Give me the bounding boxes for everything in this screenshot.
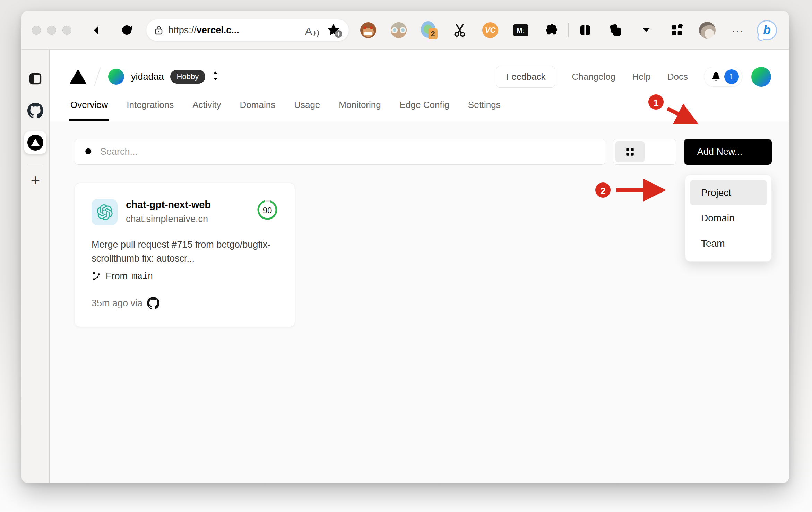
score-value: 90 (263, 206, 272, 215)
search-icon (84, 147, 94, 157)
breadcrumb-slash (94, 67, 101, 86)
tab-settings[interactable]: Settings (467, 100, 502, 121)
browser-sidebar: + (21, 50, 50, 483)
chevron-down-icon (749, 147, 758, 156)
tab-overview[interactable]: Overview (69, 100, 109, 121)
feedback-button[interactable]: Feedback (496, 66, 555, 88)
nav-help[interactable]: Help (632, 71, 650, 82)
vc-extension-icon[interactable]: VC (475, 19, 506, 41)
git-branch-icon (92, 272, 101, 281)
notification-count-badge: 1 (724, 69, 739, 84)
sidebar-divider (27, 164, 43, 164)
browser-toolbar: https://vercel.c... A 2 (21, 11, 789, 50)
url-text: https://vercel.c... (169, 25, 305, 36)
list-view-button[interactable] (645, 141, 674, 162)
dashboard-tabs: Overview Integrations Activity Domains U… (69, 100, 502, 121)
dropdown-item-domain[interactable]: Domain (690, 205, 767, 231)
tab-monitoring[interactable]: Monitoring (338, 100, 382, 121)
refresh-button[interactable] (118, 20, 136, 40)
tab-manager-extension-icon[interactable]: 2 (414, 19, 444, 41)
dropdown-item-team[interactable]: Team (690, 231, 767, 256)
project-card[interactable]: chat-gpt-next-web chat.simplenaive.cn 90… (75, 183, 295, 327)
split-screen-icon[interactable] (570, 19, 601, 41)
tab-edge-config[interactable]: Edge Config (399, 100, 450, 121)
project-favicon (92, 199, 118, 225)
toggle-sidebar-button[interactable] (28, 63, 42, 95)
notifications-button[interactable]: 1 (704, 67, 742, 87)
favorite-star-icon[interactable] (326, 22, 342, 38)
profile-avatar[interactable] (692, 19, 723, 41)
dropdown-item-project[interactable]: Project (690, 180, 767, 205)
project-name[interactable]: chat-gpt-next-web (126, 199, 257, 211)
add-new-dropdown: Project Domain Team (685, 174, 772, 262)
page-content: yidadaa Hobby Feedback Changelog Help Do… (50, 50, 789, 483)
lock-icon (155, 25, 163, 35)
add-new-button[interactable]: Add New... (684, 139, 772, 165)
tab-domains[interactable]: Domains (239, 100, 277, 121)
nav-changelog[interactable]: Changelog (572, 71, 615, 82)
plan-badge: Hobby (170, 70, 206, 84)
read-aloud-icon[interactable]: A (305, 23, 320, 38)
back-button[interactable] (89, 20, 107, 40)
vercel-header: yidadaa Hobby Feedback Changelog Help Do… (50, 50, 789, 121)
clipper-extension-icon[interactable] (444, 19, 475, 41)
from-label: From (106, 271, 128, 282)
close-window-button[interactable] (32, 26, 41, 35)
tab-github[interactable] (27, 95, 43, 127)
search-box[interactable] (75, 139, 605, 165)
toolbar-divider (568, 23, 569, 37)
project-domain[interactable]: chat.simplenaive.cn (126, 214, 257, 224)
tab-vercel-active[interactable] (24, 127, 46, 159)
browser-window: https://vercel.c... A 2 (21, 11, 789, 483)
tampermonkey-extension-icon[interactable] (353, 19, 383, 41)
bell-icon (715, 80, 717, 81)
granny-extension-icon[interactable] (383, 19, 414, 41)
nav-docs[interactable]: Docs (667, 71, 688, 82)
more-menu-icon[interactable]: … (723, 19, 753, 41)
vercel-logo[interactable] (69, 69, 87, 84)
openai-logo-icon (97, 204, 113, 220)
grid-view-button[interactable] (615, 141, 645, 162)
lighthouse-score[interactable]: 90 (257, 199, 278, 221)
user-avatar[interactable] (751, 67, 771, 87)
team-switcher-icon[interactable] (211, 70, 220, 83)
team-name: yidadaa (131, 71, 164, 82)
bing-chat-icon[interactable]: b (753, 19, 781, 41)
tab-usage[interactable]: Usage (293, 100, 321, 121)
address-bar[interactable]: https://vercel.c... A (146, 19, 349, 41)
maximize-window-button[interactable] (62, 26, 71, 35)
minimize-window-button[interactable] (47, 26, 56, 35)
extensions-puzzle-icon[interactable] (536, 19, 567, 41)
tab-integrations[interactable]: Integrations (126, 100, 175, 121)
commit-message[interactable]: Merge pull request #715 from betgo/bugfi… (92, 238, 278, 265)
collections-icon[interactable] (601, 19, 631, 41)
window-controls (32, 26, 71, 35)
tab-activity[interactable]: Activity (191, 100, 222, 121)
markdown-download-extension-icon[interactable]: M↓ (506, 19, 536, 41)
new-tab-button[interactable]: + (31, 168, 40, 192)
deploy-time: 35m ago via (92, 298, 142, 309)
github-icon (147, 297, 159, 309)
view-toggle (613, 139, 676, 165)
branch-name[interactable]: main (132, 271, 153, 281)
team-avatar (108, 69, 124, 85)
extensions-row: 2 VC M↓ (353, 19, 781, 41)
search-input[interactable] (100, 146, 596, 157)
apps-grid-icon[interactable] (662, 19, 692, 41)
download-icon[interactable] (631, 19, 662, 41)
